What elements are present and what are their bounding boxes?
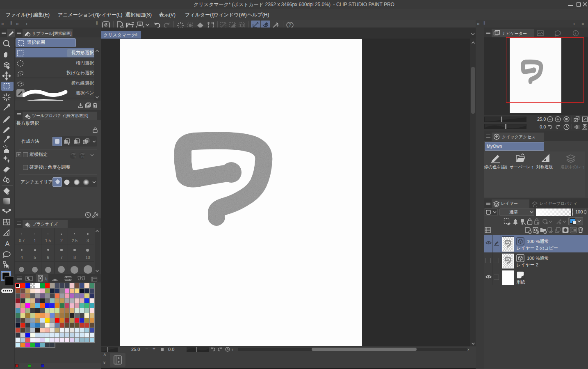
svg-text:Px: Px <box>81 156 85 158</box>
svg-text:%: % <box>73 155 76 158</box>
svg-text:?: ? <box>289 23 291 28</box>
